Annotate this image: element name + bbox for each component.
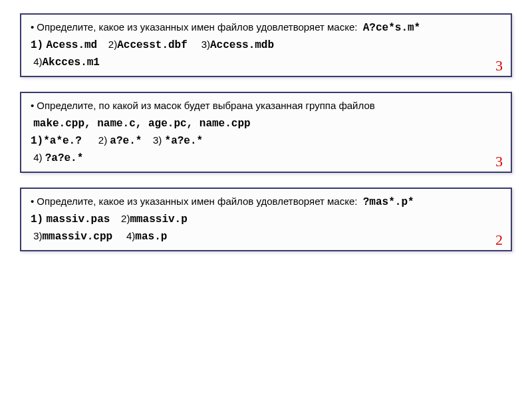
options-row: 1)*a*e.? 2) a?e.* 3) *a?e.* bbox=[31, 133, 501, 149]
opt-2-label: 2) bbox=[98, 134, 107, 146]
answer-value: 3 bbox=[495, 153, 503, 170]
opt-4-label: 4) bbox=[33, 56, 42, 67]
opt-4-value: mas.p bbox=[135, 231, 167, 243]
options-row: 1) Acess.md 2)Accesst.dbf 3)Access.mdb bbox=[31, 37, 501, 53]
files-value: make.cpp, name.c, age.pc, name.cpp bbox=[33, 118, 250, 130]
prompt: Определите, какое из указанных имен файл… bbox=[37, 196, 357, 207]
answer-value: 2 bbox=[495, 231, 503, 249]
opt-3-label: 3) bbox=[153, 134, 162, 146]
opt-3-value: mmassiv.cpp bbox=[43, 231, 113, 243]
mask-value: A?ce*s.m* bbox=[363, 22, 420, 34]
bullet-icon: • bbox=[31, 98, 34, 113]
answer-value: 3 bbox=[495, 57, 503, 74]
opt-2-label: 2) bbox=[121, 213, 130, 224]
opt-2-label: 2) bbox=[108, 39, 117, 50]
question-text: •Определите, по какой из масок будет выб… bbox=[31, 98, 501, 113]
opt-1-label: 1) bbox=[31, 135, 43, 147]
options-row: 1) massiv.pas 2)mmassiv.p bbox=[31, 211, 501, 227]
opt-3-label: 3) bbox=[33, 230, 42, 241]
opt-4-label: 4) bbox=[126, 230, 135, 241]
opt-4-label: 4) bbox=[33, 152, 42, 163]
opt-3-value: *a?e.* bbox=[165, 135, 203, 147]
bullet-icon: • bbox=[31, 194, 34, 209]
question-card-2: •Определите, по какой из масок будет выб… bbox=[20, 92, 512, 173]
opt-1-label: 1) bbox=[31, 213, 43, 225]
prompt: Определите, какое из указанных имен файл… bbox=[37, 21, 357, 33]
question-text: •Определите, какое из указанных имен фай… bbox=[31, 194, 501, 210]
opt-2-value: mmassiv.p bbox=[130, 213, 187, 225]
opt-1-label: 1) bbox=[31, 39, 43, 51]
opt-2-value: a?e.* bbox=[110, 135, 142, 147]
opt-3-value: Access.mdb bbox=[210, 39, 274, 51]
prompt: Определите, по какой из масок будет выбр… bbox=[37, 100, 374, 111]
opt-4-value: ?a?e.* bbox=[45, 152, 84, 164]
question-card-1: •Определите, какое из указанных имен фай… bbox=[20, 13, 512, 77]
options-row-2: 4) ?a?e.* bbox=[31, 150, 501, 166]
opt-1-value: Acess.md bbox=[46, 39, 97, 51]
opt-3-label: 3) bbox=[201, 39, 210, 50]
opt-1-value: massiv.pas bbox=[46, 213, 110, 225]
options-row-2: 4)Akcces.m1 bbox=[31, 55, 501, 70]
options-row-2: 3)mmassiv.cpp 4)mas.p bbox=[31, 229, 501, 245]
mask-value: ?mas*.p* bbox=[363, 196, 414, 208]
opt-1-value: *a*e.? bbox=[43, 135, 82, 147]
question-card-3: •Определите, какое из указанных имен фай… bbox=[20, 188, 512, 251]
question-text: •Определите, какое из указанных имен фай… bbox=[31, 20, 501, 36]
files-row: make.cpp, name.c, age.pc, name.cpp bbox=[31, 116, 501, 132]
opt-4-value: Akcces.m1 bbox=[43, 57, 100, 68]
bullet-icon: • bbox=[31, 20, 34, 35]
opt-2-value: Accesst.dbf bbox=[117, 39, 188, 51]
